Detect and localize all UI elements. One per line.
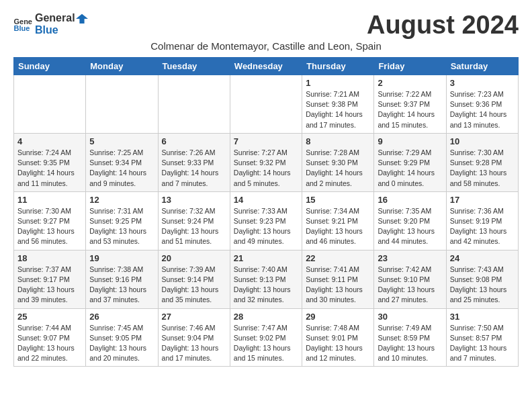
table-row: 13Sunrise: 7:32 AMSunset: 9:24 PMDayligh… — [158, 191, 230, 250]
table-row — [86, 75, 158, 134]
calendar-table: Sunday Monday Tuesday Wednesday Thursday… — [13, 57, 519, 367]
table-row: 18Sunrise: 7:37 AMSunset: 9:17 PMDayligh… — [14, 250, 86, 308]
day-info: Sunrise: 7:42 AMSunset: 9:10 PMDaylight:… — [378, 265, 442, 306]
table-row: 11Sunrise: 7:30 AMSunset: 9:27 PMDayligh… — [14, 191, 86, 250]
table-row: 30Sunrise: 7:49 AMSunset: 8:59 PMDayligh… — [374, 308, 446, 367]
page: General Blue General Blue August 2024 Co… — [0, 0, 532, 379]
day-info: Sunrise: 7:21 AMSunset: 9:38 PMDaylight:… — [306, 89, 370, 130]
calendar-week-row: 18Sunrise: 7:37 AMSunset: 9:17 PMDayligh… — [14, 250, 519, 308]
table-row: 5Sunrise: 7:25 AMSunset: 9:34 PMDaylight… — [86, 133, 158, 191]
day-info: Sunrise: 7:39 AMSunset: 9:14 PMDaylight:… — [162, 265, 226, 306]
table-row: 29Sunrise: 7:48 AMSunset: 9:01 PMDayligh… — [302, 308, 374, 367]
table-row: 4Sunrise: 7:24 AMSunset: 9:35 PMDaylight… — [14, 133, 86, 191]
day-number: 15 — [306, 195, 370, 205]
day-info: Sunrise: 7:45 AMSunset: 9:05 PMDaylight:… — [89, 323, 154, 364]
col-monday: Monday — [86, 58, 158, 75]
day-number: 10 — [450, 136, 515, 146]
logo-general: General — [35, 12, 75, 24]
day-number: 3 — [450, 78, 515, 88]
day-number: 1 — [306, 78, 370, 88]
day-number: 26 — [89, 312, 154, 322]
day-info: Sunrise: 7:41 AMSunset: 9:11 PMDaylight:… — [306, 265, 370, 306]
table-row: 23Sunrise: 7:42 AMSunset: 9:10 PMDayligh… — [374, 250, 446, 308]
day-number: 6 — [162, 136, 226, 146]
day-info: Sunrise: 7:38 AMSunset: 9:16 PMDaylight:… — [89, 265, 154, 306]
day-info: Sunrise: 7:28 AMSunset: 9:30 PMDaylight:… — [306, 148, 370, 189]
svg-text:Blue: Blue — [13, 24, 30, 32]
logo-icon: General Blue — [13, 17, 32, 32]
calendar-week-row: 25Sunrise: 7:44 AMSunset: 9:07 PMDayligh… — [14, 308, 519, 367]
day-number: 23 — [378, 253, 442, 263]
table-row — [158, 75, 230, 134]
table-row: 16Sunrise: 7:35 AMSunset: 9:20 PMDayligh… — [374, 191, 446, 250]
day-number: 17 — [450, 195, 515, 205]
table-row: 20Sunrise: 7:39 AMSunset: 9:14 PMDayligh… — [158, 250, 230, 308]
day-number: 12 — [89, 195, 154, 205]
table-row: 1Sunrise: 7:21 AMSunset: 9:38 PMDaylight… — [302, 75, 374, 134]
day-info: Sunrise: 7:50 AMSunset: 8:57 PMDaylight:… — [450, 323, 515, 364]
col-tuesday: Tuesday — [158, 58, 230, 75]
calendar-week-row: 11Sunrise: 7:30 AMSunset: 9:27 PMDayligh… — [14, 191, 519, 250]
day-info: Sunrise: 7:33 AMSunset: 9:23 PMDaylight:… — [234, 206, 298, 247]
day-number: 28 — [234, 312, 298, 322]
day-info: Sunrise: 7:48 AMSunset: 9:01 PMDaylight:… — [306, 323, 370, 364]
col-saturday: Saturday — [446, 58, 518, 75]
day-number: 29 — [306, 312, 370, 322]
table-row: 12Sunrise: 7:31 AMSunset: 9:25 PMDayligh… — [86, 191, 158, 250]
table-row: 28Sunrise: 7:47 AMSunset: 9:02 PMDayligh… — [230, 308, 302, 367]
day-info: Sunrise: 7:44 AMSunset: 9:07 PMDaylight:… — [17, 323, 82, 364]
table-row: 15Sunrise: 7:34 AMSunset: 9:21 PMDayligh… — [302, 191, 374, 250]
day-info: Sunrise: 7:27 AMSunset: 9:32 PMDaylight:… — [234, 148, 298, 189]
day-info: Sunrise: 7:37 AMSunset: 9:17 PMDaylight:… — [17, 265, 82, 306]
table-row — [14, 75, 86, 134]
subtitle: Colmenar de Montemayor, Castille and Leo… — [13, 40, 519, 52]
table-row: 22Sunrise: 7:41 AMSunset: 9:11 PMDayligh… — [302, 250, 374, 308]
day-number: 9 — [378, 136, 442, 146]
day-number: 5 — [89, 136, 154, 146]
table-row: 3Sunrise: 7:23 AMSunset: 9:36 PMDaylight… — [446, 75, 518, 134]
table-row: 8Sunrise: 7:28 AMSunset: 9:30 PMDaylight… — [302, 133, 374, 191]
day-number: 31 — [450, 312, 515, 322]
table-row: 21Sunrise: 7:40 AMSunset: 9:13 PMDayligh… — [230, 250, 302, 308]
day-info: Sunrise: 7:36 AMSunset: 9:19 PMDaylight:… — [450, 206, 515, 247]
day-number: 19 — [89, 253, 154, 263]
day-info: Sunrise: 7:49 AMSunset: 8:59 PMDaylight:… — [378, 323, 442, 364]
logo: General Blue General Blue — [13, 12, 89, 36]
day-info: Sunrise: 7:30 AMSunset: 9:28 PMDaylight:… — [450, 148, 515, 189]
table-row: 10Sunrise: 7:30 AMSunset: 9:28 PMDayligh… — [446, 133, 518, 191]
table-row: 27Sunrise: 7:46 AMSunset: 9:04 PMDayligh… — [158, 308, 230, 367]
day-info: Sunrise: 7:31 AMSunset: 9:25 PMDaylight:… — [89, 206, 154, 247]
calendar-header-row: Sunday Monday Tuesday Wednesday Thursday… — [14, 58, 519, 75]
day-info: Sunrise: 7:34 AMSunset: 9:21 PMDaylight:… — [306, 206, 370, 247]
svg-marker-2 — [76, 14, 88, 24]
table-row: 26Sunrise: 7:45 AMSunset: 9:05 PMDayligh… — [86, 308, 158, 367]
day-number: 20 — [162, 253, 226, 263]
col-thursday: Thursday — [302, 58, 374, 75]
day-info: Sunrise: 7:47 AMSunset: 9:02 PMDaylight:… — [234, 323, 298, 364]
day-info: Sunrise: 7:46 AMSunset: 9:04 PMDaylight:… — [162, 323, 226, 364]
day-info: Sunrise: 7:26 AMSunset: 9:33 PMDaylight:… — [162, 148, 226, 189]
col-sunday: Sunday — [14, 58, 86, 75]
day-number: 24 — [450, 253, 515, 263]
day-number: 8 — [306, 136, 370, 146]
table-row: 2Sunrise: 7:22 AMSunset: 9:37 PMDaylight… — [374, 75, 446, 134]
table-row — [230, 75, 302, 134]
day-number: 11 — [17, 195, 82, 205]
col-wednesday: Wednesday — [230, 58, 302, 75]
table-row: 17Sunrise: 7:36 AMSunset: 9:19 PMDayligh… — [446, 191, 518, 250]
logo-bird-icon — [76, 12, 88, 24]
col-friday: Friday — [374, 58, 446, 75]
calendar-week-row: 1Sunrise: 7:21 AMSunset: 9:38 PMDaylight… — [14, 75, 519, 134]
calendar-week-row: 4Sunrise: 7:24 AMSunset: 9:35 PMDaylight… — [14, 133, 519, 191]
day-info: Sunrise: 7:23 AMSunset: 9:36 PMDaylight:… — [450, 89, 515, 130]
day-info: Sunrise: 7:22 AMSunset: 9:37 PMDaylight:… — [378, 89, 442, 130]
table-row: 9Sunrise: 7:29 AMSunset: 9:29 PMDaylight… — [374, 133, 446, 191]
day-number: 30 — [378, 312, 442, 322]
day-number: 4 — [17, 136, 82, 146]
table-row: 7Sunrise: 7:27 AMSunset: 9:32 PMDaylight… — [230, 133, 302, 191]
day-info: Sunrise: 7:29 AMSunset: 9:29 PMDaylight:… — [378, 148, 442, 189]
table-row: 31Sunrise: 7:50 AMSunset: 8:57 PMDayligh… — [446, 308, 518, 367]
day-info: Sunrise: 7:40 AMSunset: 9:13 PMDaylight:… — [234, 265, 298, 306]
table-row: 25Sunrise: 7:44 AMSunset: 9:07 PMDayligh… — [14, 308, 86, 367]
header-top: General Blue General Blue August 2024 — [13, 12, 519, 38]
